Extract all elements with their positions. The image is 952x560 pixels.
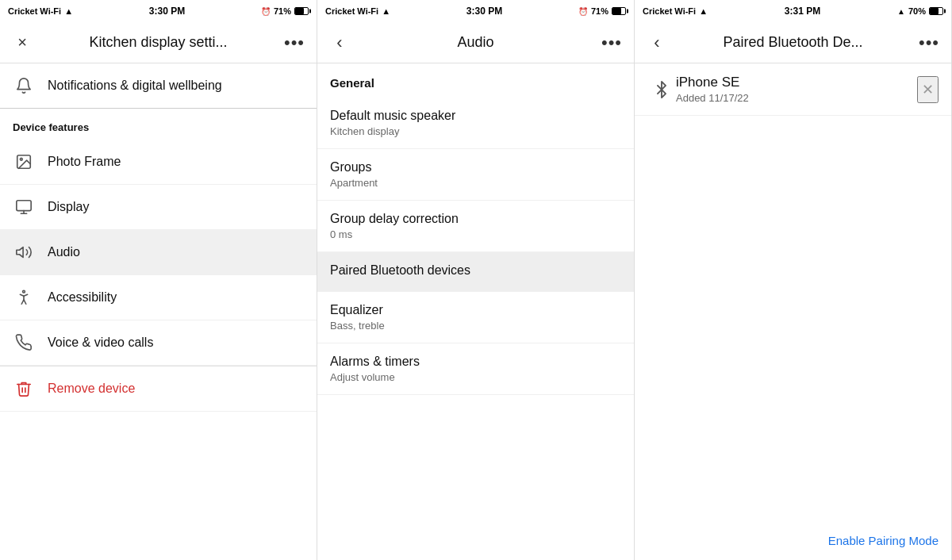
more-button-1[interactable]: •••	[282, 30, 307, 56]
alarms-title: Alarms & timers	[330, 355, 621, 369]
battery-label-3: 70%	[908, 6, 926, 16]
display-label: Display	[48, 200, 89, 214]
time-3: 3:31 PM	[785, 6, 820, 17]
time-1: 3:30 PM	[149, 6, 185, 17]
battery-label-2: 71%	[591, 6, 608, 16]
back-button-3[interactable]: ‹	[644, 30, 670, 56]
bt-device-name: iPhone SE	[676, 75, 917, 90]
status-bar-3: Cricket Wi-Fi ▲ 3:31 PM ▲ 70%	[635, 0, 951, 22]
wifi-icon-3: ▲	[699, 6, 708, 16]
battery-fill-3	[930, 8, 939, 14]
back-button-2[interactable]: ‹	[327, 30, 352, 56]
audio-item-group-delay[interactable]: Group delay correction 0 ms	[317, 201, 634, 252]
page-title-1: Kitchen display setti...	[35, 34, 282, 51]
groups-title: Groups	[330, 160, 621, 175]
enable-pairing-button[interactable]: Enable Pairing Mode	[828, 534, 939, 547]
menu-item-audio[interactable]: Audio	[0, 230, 317, 275]
more-button-2[interactable]: •••	[599, 30, 624, 56]
top-bar-3: ‹ Paired Bluetooth De... •••	[635, 22, 951, 63]
settings-list: Notifications & digital wellbeing Device…	[0, 63, 317, 560]
groups-subtitle: Apartment	[330, 177, 621, 189]
alarms-subtitle: Adjust volume	[330, 371, 621, 383]
bt-device-info: iPhone SE Added 11/17/22	[676, 75, 917, 104]
more-button-3[interactable]: •••	[916, 30, 942, 56]
battery-icon-1	[294, 7, 309, 15]
panel-audio: Cricket Wi-Fi ▲ 3:30 PM ⏰ 71% ‹ Audio ••…	[317, 0, 635, 560]
bell-icon	[13, 75, 35, 97]
menu-item-voice[interactable]: Voice & video calls	[0, 320, 317, 366]
wifi-icon-1: ▲	[64, 6, 73, 16]
audio-list: General Default music speaker Kitchen di…	[317, 63, 634, 560]
status-left-3: Cricket Wi-Fi ▲	[643, 6, 708, 16]
svg-marker-5	[17, 247, 23, 258]
location-icon-3: ▲	[897, 7, 905, 16]
phone-icon	[13, 332, 35, 354]
status-left-1: Cricket Wi-Fi ▲	[8, 6, 73, 16]
menu-item-accessibility[interactable]: Accessibility	[0, 275, 317, 320]
close-button[interactable]: ×	[10, 30, 35, 56]
group-delay-subtitle: 0 ms	[330, 228, 621, 240]
audio-item-alarms[interactable]: Alarms & timers Adjust volume	[317, 343, 634, 395]
default-speaker-title: Default music speaker	[330, 109, 621, 123]
audio-item-paired-bt[interactable]: Paired Bluetooth devices	[317, 252, 634, 292]
remove-device-label: Remove device	[48, 382, 135, 396]
paired-bt-title: Paired Bluetooth devices	[330, 263, 621, 278]
panel-kitchen-settings: Cricket Wi-Fi ▲ 3:30 PM ⏰ 71% × Kitchen …	[0, 0, 317, 560]
status-right-2: ⏰ 71%	[578, 6, 626, 16]
bt-panel-content: iPhone SE Added 11/17/22 ✕ Enable Pairin…	[635, 63, 951, 560]
battery-fill-1	[295, 8, 304, 14]
accessibility-label: Accessibility	[48, 290, 117, 305]
device-features-header: Device features	[0, 109, 317, 140]
audio-item-groups[interactable]: Groups Apartment	[317, 149, 634, 201]
notifications-label: Notifications & digital wellbeing	[48, 79, 222, 93]
alarm-icon-2: ⏰	[578, 7, 588, 16]
audio-item-default-speaker[interactable]: Default music speaker Kitchen display	[317, 98, 634, 149]
battery-icon-2	[612, 7, 626, 15]
battery-label-1: 71%	[274, 6, 291, 16]
page-title-3: Paired Bluetooth De...	[670, 34, 916, 51]
accessibility-icon	[13, 286, 35, 309]
wifi-icon-2: ▲	[382, 6, 390, 16]
svg-point-1	[20, 158, 22, 160]
battery-icon-3	[929, 7, 943, 15]
menu-item-notifications[interactable]: Notifications & digital wellbeing	[0, 63, 317, 109]
carrier-1: Cricket Wi-Fi	[8, 6, 61, 16]
menu-item-remove[interactable]: Remove device	[0, 366, 317, 412]
status-bar-2: Cricket Wi-Fi ▲ 3:30 PM ⏰ 71%	[317, 0, 634, 22]
audio-general-label: General	[317, 63, 634, 98]
page-title-2: Audio	[352, 34, 599, 51]
group-delay-title: Group delay correction	[330, 212, 621, 226]
bt-device-added: Added 11/17/22	[676, 92, 917, 104]
status-left-2: Cricket Wi-Fi ▲	[325, 6, 390, 16]
menu-item-display[interactable]: Display	[0, 185, 317, 230]
battery-fill-2	[612, 8, 621, 14]
remove-bt-device-button[interactable]: ✕	[917, 76, 939, 103]
panel-paired-bt: Cricket Wi-Fi ▲ 3:31 PM ▲ 70% ‹ Paired B…	[635, 0, 952, 560]
bt-device-row[interactable]: iPhone SE Added 11/17/22 ✕	[635, 63, 951, 116]
audio-label: Audio	[48, 245, 80, 259]
photo-icon	[13, 151, 35, 173]
bluetooth-icon	[647, 81, 676, 98]
top-bar-2: ‹ Audio •••	[317, 22, 634, 63]
menu-item-photo-frame[interactable]: Photo Frame	[0, 140, 317, 185]
default-speaker-subtitle: Kitchen display	[330, 125, 621, 137]
svg-rect-2	[17, 201, 31, 211]
audio-item-equalizer[interactable]: Equalizer Bass, treble	[317, 292, 634, 343]
status-bar-1: Cricket Wi-Fi ▲ 3:30 PM ⏰ 71%	[0, 0, 317, 22]
alarm-icon-1: ⏰	[261, 7, 271, 16]
carrier-2: Cricket Wi-Fi	[325, 6, 378, 16]
voice-label: Voice & video calls	[48, 336, 153, 350]
equalizer-title: Equalizer	[330, 303, 621, 317]
svg-point-6	[23, 290, 25, 293]
monitor-icon	[13, 196, 35, 218]
equalizer-subtitle: Bass, treble	[330, 320, 621, 332]
carrier-3: Cricket Wi-Fi	[643, 6, 696, 16]
status-right-3: ▲ 70%	[897, 6, 943, 16]
photo-frame-label: Photo Frame	[48, 155, 121, 169]
top-bar-1: × Kitchen display setti... •••	[0, 22, 317, 63]
trash-icon	[13, 378, 35, 400]
time-2: 3:30 PM	[466, 6, 502, 17]
status-right-1: ⏰ 71%	[261, 6, 309, 16]
speaker-icon	[13, 241, 35, 263]
